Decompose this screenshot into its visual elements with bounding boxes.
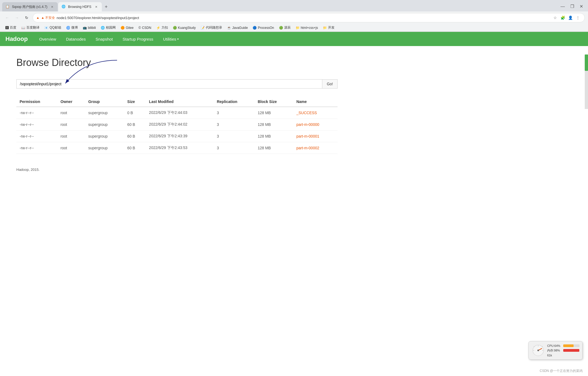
tab-close-sqoop[interactable]: ✕ xyxy=(50,4,54,9)
forward-button[interactable]: → xyxy=(13,14,21,22)
bookmark-baidu[interactable]: 🅱 百度 xyxy=(3,25,19,31)
extensions-icon[interactable]: 🧩 xyxy=(559,14,566,21)
cell-replication: 3 xyxy=(213,119,254,131)
dropdown-arrow-icon: ▾ xyxy=(177,37,179,41)
bookmark-label-leetcode: 力扣 xyxy=(161,25,168,30)
nav-snapshot[interactable]: Snapshot xyxy=(91,33,118,45)
new-tab-button[interactable]: + xyxy=(102,3,110,11)
tab-close-hdfs[interactable]: ✕ xyxy=(94,4,99,9)
cell-block-size: 128 MB xyxy=(255,131,293,142)
qqmail-icon: 📧 xyxy=(44,26,48,30)
back-button[interactable]: ← xyxy=(3,14,11,22)
nav-overview[interactable]: Overview xyxy=(34,33,61,45)
bookmark-label-baidu: 百度 xyxy=(10,25,16,30)
close-button[interactable]: ✕ xyxy=(578,3,585,10)
campus-icon: 🌐 xyxy=(101,26,105,30)
bookmark-label-javaguide: JavaGuide xyxy=(232,26,248,30)
weibo-icon: 🌀 xyxy=(66,26,70,30)
tab-favicon-hdfs: 🌐 xyxy=(62,5,66,9)
cell-name: part-m-00000 xyxy=(293,119,338,131)
right-scrollbar[interactable] xyxy=(585,54,588,109)
window-controls: — ❐ ✕ xyxy=(559,3,585,10)
bookmark-label-bilibili: bilibili xyxy=(88,26,96,30)
daima-icon: 📝 xyxy=(201,26,205,30)
bookmark-qqmail[interactable]: 📧 QQ邮箱 xyxy=(42,25,63,31)
bookmark-label-daima: 代码随想录 xyxy=(206,25,222,30)
leetcode-icon: ⚡ xyxy=(156,26,160,30)
col-size: Size xyxy=(124,97,146,107)
cell-owner: root xyxy=(57,119,85,131)
bookmark-yuanchen[interactable]: 🟢 源辰 xyxy=(277,25,293,31)
bilibili-icon: 📺 xyxy=(83,26,87,30)
translate-icon: 📖 xyxy=(21,26,25,30)
tab-bar: 📋 Sqoop 用户指南 (v1.4.7) ✕ 🌐 Browsing HDFS … xyxy=(0,0,588,11)
baidu-icon: 🅱 xyxy=(5,26,9,30)
bookmark-label-translate: 百度翻译 xyxy=(26,25,39,30)
bookmark-processon[interactable]: 🔵 ProcessOn xyxy=(250,25,276,31)
cell-last-modified: 2022/6/29 下午2:44:02 xyxy=(146,119,213,131)
file-link[interactable]: part-m-00002 xyxy=(296,146,319,150)
nav-datanodes[interactable]: Datanodes xyxy=(61,33,91,45)
htmlcss-icon: 📁 xyxy=(296,26,300,30)
cell-last-modified: 2022/6/29 下午2:43:39 xyxy=(146,131,213,142)
bookmark-label-processon: ProcessOn xyxy=(258,26,274,30)
nav-utilities[interactable]: Utilities ▾ xyxy=(158,33,184,45)
bookmark-csdn[interactable]: © CSDN xyxy=(136,25,154,31)
javaguide-icon: ☕ xyxy=(227,26,231,30)
table-row: -rw-r--r-- root supergroup 0 B 2022/6/29… xyxy=(16,107,338,119)
cell-name: part-m-00002 xyxy=(293,142,338,154)
minimize-button[interactable]: — xyxy=(559,4,566,10)
cell-last-modified: 2022/6/29 下午2:43:53 xyxy=(146,142,213,154)
cell-permission: -rw-r--r-- xyxy=(16,107,57,119)
nav-utilities-label: Utilities xyxy=(163,37,176,41)
file-link[interactable]: part-m-00000 xyxy=(296,122,319,127)
footer-text: Hadoop, 2015. xyxy=(16,168,338,172)
cell-last-modified: 2022/6/29 下午2:44:03 xyxy=(146,107,213,119)
cell-group: supergroup xyxy=(85,107,124,119)
tab-hdfs[interactable]: 🌐 Browsing HDFS ✕ xyxy=(58,2,102,11)
cell-size: 60 B xyxy=(124,131,146,142)
address-bar[interactable]: ▲ ▲ 不安全 node1:50070/explorer.html#/sqoop… xyxy=(33,13,585,22)
cell-name: part-m-00001 xyxy=(293,131,338,142)
bookmark-label-csdn: CSDN xyxy=(142,26,151,30)
bookmark-label-htmlcss: html+css+js xyxy=(301,26,318,30)
bookmark-htmlcss[interactable]: 📁 html+css+js xyxy=(293,25,320,31)
yuanchen-icon: 🟢 xyxy=(279,26,283,30)
tab-favicon-sqoop: 📋 xyxy=(5,5,10,9)
bookmark-campus[interactable]: 🌐 校园网 xyxy=(99,25,118,31)
bookmark-label-qqmail: QQ邮箱 xyxy=(50,25,61,30)
cell-group: supergroup xyxy=(85,119,124,131)
bookmark-label-dev: 开发 xyxy=(328,25,335,30)
file-table: Permission Owner Group Size Last Modifie… xyxy=(16,97,338,154)
bookmark-leetcode[interactable]: ⚡ 力扣 xyxy=(154,25,170,31)
bookmark-star-icon[interactable]: ☆ xyxy=(552,14,558,21)
bookmark-translate[interactable]: 📖 百度翻译 xyxy=(19,25,42,31)
bookmark-kuangstudy[interactable]: 🟢 KuangStudy xyxy=(171,25,198,31)
page-title: Browse Directory xyxy=(16,57,338,68)
bookmark-bilibili[interactable]: 📺 bilibili xyxy=(81,25,98,31)
gitee-icon: 🟠 xyxy=(121,26,125,30)
file-link[interactable]: part-m-00001 xyxy=(296,134,319,138)
profile-icon[interactable]: 👤 xyxy=(567,14,574,21)
reload-button[interactable]: ↻ xyxy=(23,14,30,22)
tab-sqoop[interactable]: 📋 Sqoop 用户指南 (v1.4.7) ✕ xyxy=(2,2,58,11)
col-group: Group xyxy=(85,97,124,107)
browser-chrome: 📋 Sqoop 用户指南 (v1.4.7) ✕ 🌐 Browsing HDFS … xyxy=(0,0,588,32)
bookmark-weibo[interactable]: 🌀 微博 xyxy=(64,25,80,31)
maximize-button[interactable]: ❐ xyxy=(569,3,576,10)
bookmark-label-campus: 校园网 xyxy=(106,25,116,30)
table-header-row: Permission Owner Group Size Last Modifie… xyxy=(16,97,338,107)
bookmark-dev[interactable]: 📁 开发 xyxy=(321,25,337,31)
col-block-size: Block Size xyxy=(255,97,293,107)
bookmark-gitee[interactable]: 🟠 Gitee xyxy=(118,25,136,31)
go-button[interactable]: Go! xyxy=(322,79,338,89)
dev-icon: 📁 xyxy=(323,26,327,30)
menu-icon[interactable]: ⋮ xyxy=(575,14,581,21)
bookmark-javaguide[interactable]: ☕ JavaGuide xyxy=(225,25,250,31)
table-row: -rw-r--r-- root supergroup 60 B 2022/6/2… xyxy=(16,119,338,131)
nav-startup-progress[interactable]: Startup Progress xyxy=(118,33,158,45)
path-input[interactable] xyxy=(16,79,322,89)
file-link[interactable]: _SUCCESS xyxy=(296,111,317,115)
bookmarks-bar: 🅱 百度 📖 百度翻译 📧 QQ邮箱 🌀 微博 📺 bilibili 🌐 校园网… xyxy=(0,24,588,32)
bookmark-daima[interactable]: 📝 代码随想录 xyxy=(198,25,224,31)
